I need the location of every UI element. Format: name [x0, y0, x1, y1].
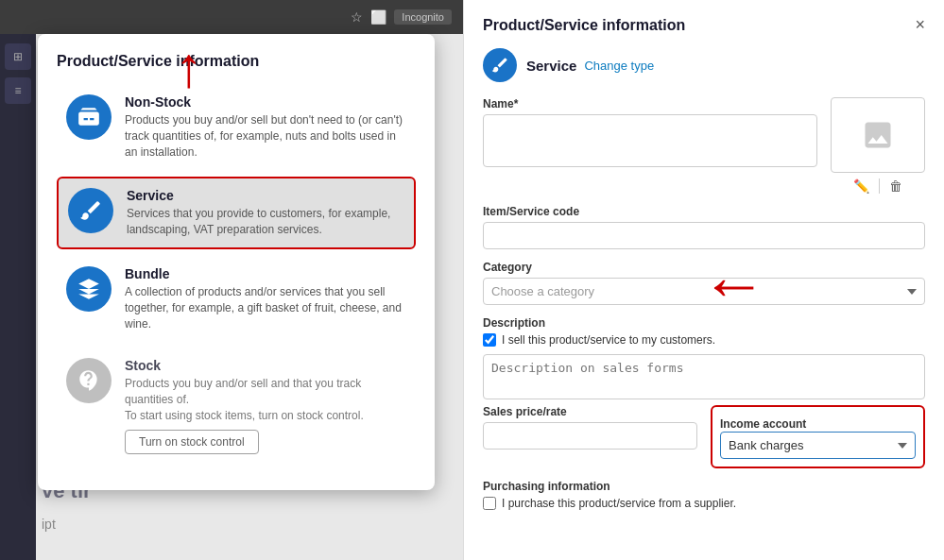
purchase-checkbox-row: I purchase this product/service from a s… [483, 497, 925, 510]
sidebar-icon-2[interactable]: ≡ [5, 77, 31, 104]
turn-on-stock-control-button[interactable]: Turn on stock control [125, 430, 259, 454]
name-input[interactable] [483, 114, 817, 167]
category-group: Category Choose a category [483, 261, 925, 305]
sales-price-input[interactable] [483, 422, 697, 450]
income-account-label: Income account [720, 417, 806, 431]
description-group: Description I sell this product/service … [483, 316, 925, 399]
image-placeholder [831, 97, 925, 173]
delete-image-icon[interactable]: 🗑 [889, 178, 902, 194]
panel-title: Product/Service information [483, 17, 685, 34]
edit-image-icon[interactable]: ✏️ [853, 178, 869, 194]
left-background-panel: ☆ ⬜ Incognito ⊞ ≡ ↓ Product/Service info… [0, 0, 463, 560]
bundle-desc: A collection of products and/or services… [125, 284, 406, 331]
sidebar-strip: ⊞ ≡ [0, 34, 36, 560]
background-text-2: ipt [42, 517, 56, 532]
bundle-text: Bundle A collection of products and/or s… [125, 266, 406, 331]
left-product-modal: Product/Service information Non-Stock Pr… [38, 34, 435, 490]
name-image-row: Name* ✏️ 🗑 [483, 97, 925, 194]
sales-price-label: Sales price/rate [483, 405, 697, 418]
service-desc: Services that you provide to customers, … [127, 206, 404, 238]
sell-checkbox-row: I sell this product/service to my custom… [483, 333, 925, 347]
left-modal-title: Product/Service information [57, 53, 416, 70]
item-code-label: Item/Service code [483, 205, 925, 218]
stock-sub-text: To start using stock items, turn on stoc… [125, 408, 406, 424]
right-product-panel: Product/Service information × Service Ch… [463, 0, 944, 560]
item-code-input[interactable] [483, 222, 925, 249]
image-action-buttons: ✏️ 🗑 [853, 178, 902, 194]
sell-checkbox-label: I sell this product/service to my custom… [502, 333, 715, 347]
close-button[interactable]: × [915, 15, 925, 35]
purchase-checkbox[interactable] [483, 497, 496, 510]
red-arrow-left: ↓ [175, 47, 203, 104]
product-item-stock[interactable]: Stock Products you buy and/or sell and t… [57, 348, 416, 463]
name-group: Name* [483, 97, 817, 194]
change-type-link[interactable]: Change type [584, 59, 654, 73]
panel-header: Product/Service information × [483, 15, 925, 35]
category-label: Category [483, 261, 925, 274]
stock-desc: Products you buy and/or sell and that yo… [125, 376, 406, 408]
service-text: Service Services that you provide to cus… [127, 188, 404, 238]
purchase-checkbox-label: I purchase this product/service from a s… [502, 497, 736, 510]
category-select[interactable]: Choose a category [483, 278, 925, 305]
window-icon[interactable]: ⬜ [370, 9, 386, 25]
item-code-group: Item/Service code [483, 205, 925, 249]
product-item-non-stock[interactable]: Non-Stock Products you buy and/or sell b… [57, 85, 416, 169]
sidebar-icon-1[interactable]: ⊞ [5, 43, 31, 70]
description-textarea[interactable] [483, 354, 925, 399]
bundle-icon [66, 266, 112, 312]
non-stock-text: Non-Stock Products you buy and/or sell b… [125, 94, 406, 160]
purchasing-label: Purchasing information [483, 480, 925, 493]
incognito-badge: Incognito [394, 9, 452, 25]
income-account-group: Income account Bank charges [711, 405, 925, 468]
bundle-title: Bundle [125, 266, 406, 281]
income-account-highlighted-box: Income account Bank charges [711, 405, 925, 468]
product-item-service[interactable]: Service Services that you provide to cus… [57, 177, 416, 249]
service-title: Service [127, 188, 404, 203]
stock-icon [66, 358, 112, 403]
non-stock-title: Non-Stock [125, 94, 406, 110]
star-icon[interactable]: ☆ [351, 9, 363, 25]
income-account-select[interactable]: Bank charges [720, 432, 916, 459]
non-stock-icon [66, 94, 112, 140]
service-type-row: Service Change type [483, 48, 925, 82]
stock-title: Stock [125, 358, 406, 373]
non-stock-desc: Products you buy and/or sell but don't n… [125, 112, 406, 160]
name-label: Name* [483, 97, 817, 110]
sales-price-group: Sales price/rate [483, 405, 697, 468]
stock-text: Stock Products you buy and/or sell and t… [125, 358, 406, 453]
description-label: Description [483, 316, 925, 330]
service-type-label: Service [526, 58, 576, 74]
service-icon [68, 188, 113, 233]
service-type-icon [483, 48, 517, 82]
browser-chrome-bar: ☆ ⬜ Incognito [0, 0, 463, 34]
product-item-bundle[interactable]: Bundle A collection of products and/or s… [57, 257, 416, 341]
sell-checkbox[interactable] [483, 333, 496, 347]
price-account-row: Sales price/rate Income account Bank cha… [483, 405, 925, 468]
purchasing-group: Purchasing information I purchase this p… [483, 480, 925, 518]
